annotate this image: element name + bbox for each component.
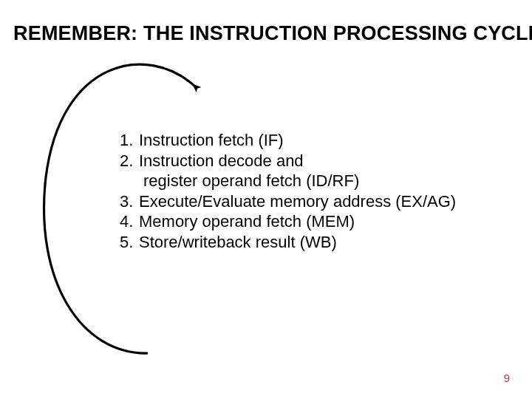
step-1-number: 1. [120, 130, 139, 151]
step-3-text: Execute/Evaluate memory address (EX/AG) [139, 191, 456, 212]
step-2-text: Instruction decode and [139, 151, 304, 171]
step-5-number: 5. [120, 232, 139, 253]
step-4: 4. Memory operand fetch (MEM) [120, 211, 519, 232]
cycle-steps: 1. Instruction fetch (IF) 2. Instruction… [120, 130, 519, 252]
page-number: 9 [504, 372, 510, 384]
step-2: 2. Instruction decode and [120, 151, 519, 171]
slide-title: REMEMBER: THE INSTRUCTION PROCESSING CYC… [13, 22, 519, 45]
step-3: 3. Execute/Evaluate memory address (EX/A… [120, 191, 519, 212]
step-4-number: 4. [120, 211, 139, 232]
step-1-text: Instruction fetch (IF) [139, 130, 284, 151]
step-3-number: 3. [120, 191, 139, 212]
step-5-text: Store/writeback result (WB) [139, 232, 337, 253]
step-1: 1. Instruction fetch (IF) [120, 130, 519, 151]
step-5: 5. Store/writeback result (WB) [120, 232, 519, 253]
step-4-text: Memory operand fetch (MEM) [139, 211, 355, 232]
step-2-number: 2. [120, 151, 139, 171]
step-2b: register operand fetch (ID/RF) [120, 171, 519, 191]
step-2b-text: register operand fetch (ID/RF) [120, 171, 359, 191]
